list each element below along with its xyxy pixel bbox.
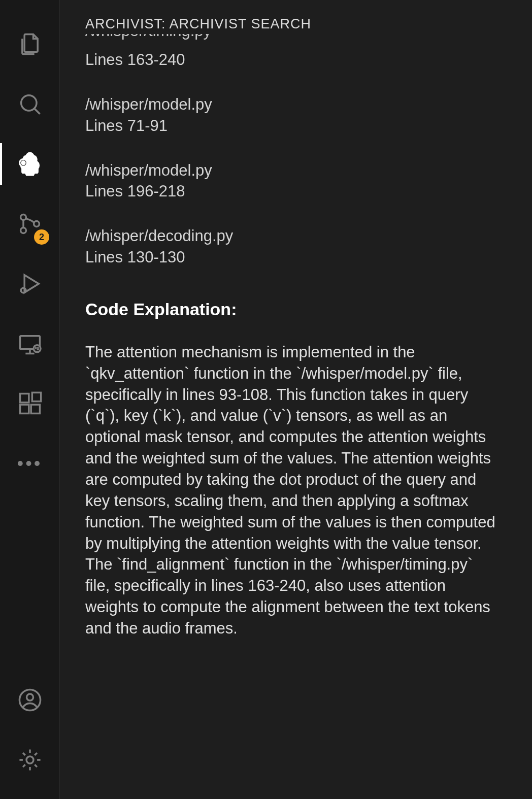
search-result[interactable]: /whisper/model.py Lines 71-91: [85, 94, 507, 137]
search-result[interactable]: /whisper/decoding.py Lines 130-130: [85, 225, 507, 268]
ellipsis-icon: •••: [17, 453, 43, 474]
result-lines: Lines 130-130: [85, 247, 507, 268]
svg-point-15: [26, 694, 33, 701]
section-heading: Code Explanation:: [85, 299, 507, 319]
result-path: /whisper/model.py: [85, 94, 507, 115]
extensions-tab[interactable]: [0, 374, 59, 434]
panel-title: ARCHIVIST: ARCHIVIST SEARCH: [85, 16, 507, 32]
result-path: /whisper/decoding.py: [85, 225, 507, 247]
archivist-panel: ARCHIVIST: ARCHIVIST SEARCH /whisper/tim…: [60, 0, 532, 799]
settings-button[interactable]: [0, 730, 59, 790]
extensions-icon: [17, 390, 43, 417]
svg-point-9: [34, 345, 41, 352]
source-control-tab[interactable]: 2: [0, 194, 59, 254]
more-actions[interactable]: •••: [0, 434, 59, 493]
archivist-tab[interactable]: [0, 134, 59, 194]
result-lines: Lines 163-240: [85, 49, 507, 71]
result-path: /whisper/model.py: [85, 160, 507, 181]
search-result[interactable]: /whisper/model.py Lines 196-218: [85, 160, 507, 203]
search-icon: [17, 91, 43, 117]
remote-icon: [17, 330, 43, 357]
explorer-tab[interactable]: [0, 14, 59, 74]
files-icon: [17, 31, 43, 57]
svg-line-1: [34, 109, 40, 114]
search-tab[interactable]: [0, 74, 59, 134]
svg-point-3: [21, 161, 24, 164]
activity-bar: 2 •••: [0, 0, 60, 799]
svg-point-0: [21, 95, 36, 111]
svg-rect-10: [20, 394, 28, 403]
svg-rect-12: [31, 405, 40, 413]
svg-point-16: [26, 756, 34, 763]
truncated-result-path: /whisper/timing.py: [85, 34, 507, 48]
search-result[interactable]: Lines 163-240: [85, 49, 507, 71]
archivist-icon: [17, 151, 43, 177]
gear-icon: [17, 747, 43, 773]
svg-point-5: [20, 228, 26, 234]
svg-point-4: [20, 215, 26, 220]
svg-rect-13: [32, 392, 41, 401]
result-lines: Lines 71-91: [85, 115, 507, 137]
remote-explorer-tab[interactable]: [0, 314, 59, 374]
run-debug-tab[interactable]: [0, 254, 59, 314]
account-icon: [17, 687, 43, 713]
source-control-badge: 2: [34, 229, 49, 245]
explanation-text: The attention mechanism is implemented i…: [85, 342, 502, 639]
play-bug-icon: [17, 271, 43, 297]
result-lines: Lines 196-218: [85, 181, 507, 202]
accounts-button[interactable]: [0, 670, 59, 730]
svg-rect-11: [20, 405, 28, 413]
svg-point-6: [34, 221, 39, 227]
